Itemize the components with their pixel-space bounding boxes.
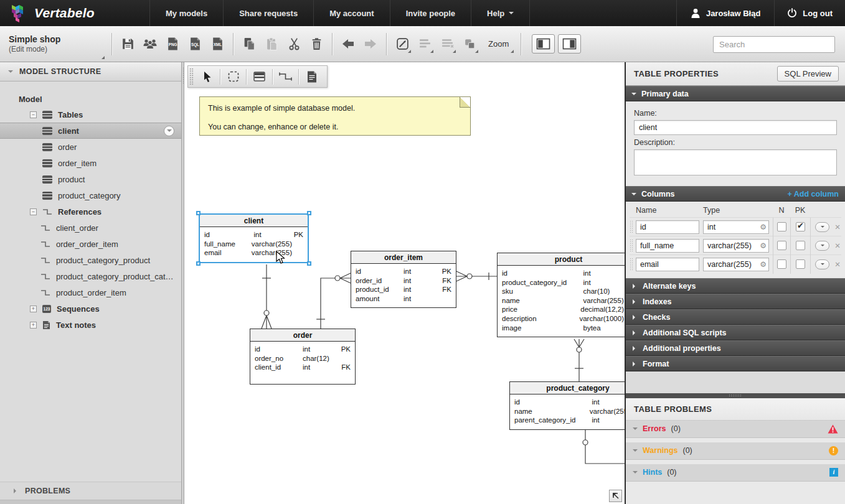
column-delete-button[interactable]: ✕ bbox=[834, 241, 841, 250]
reference-style-button[interactable] bbox=[391, 33, 413, 55]
nullable-checkbox[interactable] bbox=[777, 222, 786, 231]
column-delete-button[interactable]: ✕ bbox=[834, 260, 841, 269]
sidebar-item-product-category[interactable]: product_category bbox=[0, 187, 181, 203]
entity-order[interactable]: order id int PK order_no char(12) client… bbox=[250, 329, 356, 385]
cut-button[interactable] bbox=[283, 33, 305, 55]
column-type-input[interactable] bbox=[703, 239, 769, 253]
expand-toggle[interactable]: + bbox=[30, 322, 37, 329]
sidebar-item-tables[interactable]: − Tables bbox=[0, 106, 181, 123]
sidebar-item-client[interactable]: client bbox=[0, 123, 181, 139]
entity-title[interactable]: client bbox=[200, 215, 308, 227]
align-tables-button[interactable] bbox=[413, 33, 436, 55]
export-png-button[interactable]: PNG bbox=[161, 33, 184, 55]
sidebar-splitter[interactable] bbox=[181, 62, 184, 504]
table-description-input[interactable] bbox=[634, 149, 837, 175]
add-note-tool-button[interactable] bbox=[301, 68, 323, 85]
nullable-checkbox[interactable] bbox=[777, 259, 786, 269]
paste-button[interactable] bbox=[260, 33, 283, 55]
group-selection-button[interactable] bbox=[458, 33, 481, 55]
menu-my-account[interactable]: My account bbox=[313, 0, 390, 26]
tree-root-model[interactable]: Model bbox=[0, 91, 181, 106]
vertabelo-logo[interactable]: Vertabelo bbox=[0, 3, 115, 23]
sidebar-item-product[interactable]: product bbox=[0, 171, 181, 187]
column-more-button[interactable] bbox=[815, 241, 829, 251]
table-name-input[interactable] bbox=[634, 120, 837, 135]
panel-splitter[interactable] bbox=[626, 393, 845, 398]
column-name-input[interactable] bbox=[636, 220, 699, 234]
problems-hints-row[interactable]: Hints (0) i bbox=[626, 464, 845, 482]
entity-client[interactable]: client id int PK full_name varchar(255) … bbox=[199, 213, 309, 263]
toggle-right-panel-button[interactable] bbox=[558, 34, 581, 54]
search-input[interactable] bbox=[713, 36, 835, 53]
section-primary-data[interactable]: Primary data bbox=[626, 86, 845, 101]
section-additional-properties[interactable]: Additional properties bbox=[626, 340, 845, 356]
primary-key-checkbox[interactable] bbox=[796, 222, 805, 231]
item-context-menu-button[interactable] bbox=[164, 126, 174, 136]
export-xml-button[interactable]: XML bbox=[206, 33, 229, 55]
menu-share-requests[interactable]: Share requests bbox=[223, 0, 313, 26]
selection-handle[interactable] bbox=[196, 261, 201, 266]
column-name-input[interactable] bbox=[636, 239, 699, 253]
primary-key-checkbox[interactable] bbox=[796, 241, 805, 250]
entity-title[interactable]: product_category bbox=[510, 382, 625, 394]
menu-invite-people[interactable]: Invite people bbox=[390, 0, 471, 26]
selection-handle[interactable] bbox=[196, 211, 201, 215]
zoom-button[interactable]: Zoom bbox=[481, 33, 516, 55]
section-columns[interactable]: Columns + Add column bbox=[626, 186, 845, 202]
column-type-input[interactable] bbox=[703, 258, 769, 271]
diagram-canvas[interactable]: This is example of simple database model… bbox=[184, 62, 625, 504]
add-reference-tool-button[interactable] bbox=[275, 68, 296, 85]
row-drag-handle[interactable] bbox=[630, 239, 633, 253]
section-checks[interactable]: Checks bbox=[626, 309, 845, 325]
column-type-input[interactable] bbox=[703, 220, 769, 234]
section-alternate-keys[interactable]: Alternate keys bbox=[626, 278, 845, 294]
entity-title[interactable]: order bbox=[250, 329, 355, 342]
save-button[interactable] bbox=[116, 33, 139, 55]
menu-my-models[interactable]: My models bbox=[149, 0, 223, 26]
auto-layout-button[interactable] bbox=[436, 33, 458, 55]
user-account-button[interactable]: Jarosław Błąd bbox=[676, 0, 774, 26]
model-title-menu[interactable]: Simple shop (Edit mode) bbox=[0, 26, 107, 62]
collapse-toggle[interactable]: − bbox=[30, 111, 37, 118]
menu-help[interactable]: Help bbox=[471, 0, 530, 26]
select-area-tool-button[interactable] bbox=[222, 68, 244, 85]
sidebar-item-order[interactable]: order bbox=[0, 139, 181, 155]
delete-button[interactable] bbox=[305, 33, 328, 55]
primary-key-checkbox[interactable] bbox=[796, 259, 805, 269]
sidebar-item-text-notes[interactable]: + Text notes bbox=[0, 317, 181, 333]
expand-toggle[interactable]: + bbox=[30, 306, 37, 312]
entity-order-item[interactable]: order_item id int PK order_id int FK pro… bbox=[351, 251, 456, 308]
add-column-button[interactable]: + Add column bbox=[787, 190, 839, 198]
sidebar-item-product-order-item[interactable]: product_order_item bbox=[0, 284, 181, 301]
add-table-tool-button[interactable] bbox=[248, 68, 270, 85]
undo-button[interactable] bbox=[337, 33, 359, 55]
pointer-tool-button[interactable] bbox=[196, 68, 218, 85]
section-additional-sql-scripts[interactable]: Additional SQL scripts bbox=[626, 325, 845, 340]
sidebar-item-product-category-product-cat[interactable]: product_category_product_cat… bbox=[0, 268, 181, 284]
selection-handle[interactable] bbox=[307, 261, 311, 266]
sidebar-item-product-category-product[interactable]: product_category_product bbox=[0, 252, 181, 268]
toggle-left-panel-button[interactable] bbox=[532, 34, 555, 54]
toolbar-drag-handle[interactable] bbox=[189, 68, 194, 85]
copy-button[interactable] bbox=[238, 33, 260, 55]
column-more-button[interactable] bbox=[815, 259, 829, 269]
row-drag-handle[interactable] bbox=[630, 220, 633, 234]
sidebar-item-references[interactable]: − References bbox=[0, 203, 181, 220]
entity-title[interactable]: product bbox=[498, 253, 625, 266]
entity-product-category[interactable]: product_category id int name varchar(255… bbox=[509, 381, 625, 430]
column-more-button[interactable] bbox=[815, 222, 829, 232]
share-model-button[interactable] bbox=[139, 33, 161, 55]
scroll-to-content-button[interactable] bbox=[609, 490, 622, 502]
section-indexes[interactable]: Indexes bbox=[626, 294, 845, 309]
type-settings-gear-icon[interactable]: ⚙ bbox=[760, 241, 767, 251]
section-format[interactable]: Format bbox=[626, 356, 845, 371]
collapse-toggle[interactable]: − bbox=[30, 208, 37, 215]
selection-handle[interactable] bbox=[307, 211, 311, 215]
column-delete-button[interactable]: ✕ bbox=[834, 223, 841, 231]
model-structure-header[interactable]: MODEL STRUCTURE bbox=[0, 62, 181, 82]
problems-panel-header[interactable]: PROBLEMS bbox=[0, 482, 181, 500]
sidebar-item-sequences[interactable]: + 123 Sequences bbox=[0, 301, 181, 317]
redo-button[interactable] bbox=[359, 33, 382, 55]
sidebar-item-client-order[interactable]: client_order bbox=[0, 220, 181, 236]
nullable-checkbox[interactable] bbox=[777, 241, 786, 250]
